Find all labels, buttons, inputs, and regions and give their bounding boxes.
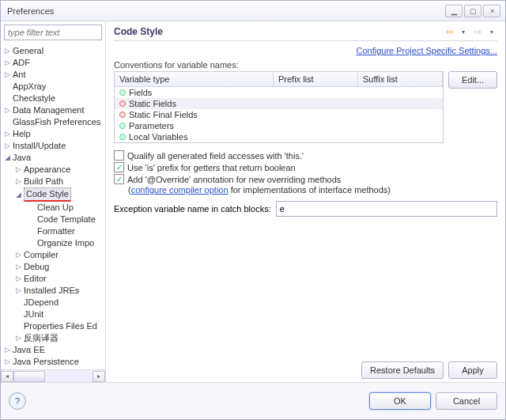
- scroll-right-icon[interactable]: ▸: [93, 371, 105, 382]
- table-row[interactable]: Fields: [115, 87, 443, 98]
- close-icon[interactable]: ⨉: [483, 5, 500, 17]
- tree-item[interactable]: JUnit: [24, 308, 43, 320]
- tree-item[interactable]: Checkstyle: [13, 93, 55, 104]
- col-prefix-list[interactable]: Prefix list: [274, 72, 358, 86]
- project-settings-link[interactable]: Configure Project Specific Settings...: [114, 46, 497, 55]
- tree-item[interactable]: General: [13, 45, 43, 57]
- tree-item[interactable]: Install/Update: [13, 140, 66, 152]
- ok-button[interactable]: OK: [369, 392, 431, 410]
- forward-icon[interactable]: ⇨: [472, 26, 483, 37]
- filter-input[interactable]: [4, 25, 102, 40]
- scroll-thumb[interactable]: [13, 371, 45, 382]
- preference-tree[interactable]: ▷General ▷ADF ▷Ant AppXray Checkstyle ▷D…: [1, 44, 105, 369]
- tree-item-java[interactable]: Java: [13, 152, 31, 164]
- conventions-label: Conventions for variable names:: [114, 60, 497, 70]
- title-bar: Preferences ▁ ▢ ⨉: [1, 1, 505, 21]
- col-suffix-list[interactable]: Suffix list: [358, 72, 443, 86]
- tree-item[interactable]: Organize Impo: [37, 237, 94, 249]
- cancel-button[interactable]: Cancel: [436, 392, 497, 410]
- horizontal-scrollbar[interactable]: ◂ ▸: [1, 369, 105, 382]
- tree-item[interactable]: Data Management: [13, 104, 85, 116]
- tree-item[interactable]: Code Template: [37, 214, 96, 225]
- tree-item[interactable]: Debug: [24, 261, 49, 273]
- table-row[interactable]: Static Fields: [115, 98, 443, 109]
- tree-item[interactable]: Java Persistence: [13, 356, 79, 368]
- tree-item[interactable]: JavaScript: [13, 368, 53, 369]
- col-variable-type[interactable]: Variable type: [115, 72, 274, 86]
- tree-item[interactable]: JDepend: [24, 297, 59, 308]
- tree-item[interactable]: GlassFish Preferences: [13, 116, 100, 128]
- maximize-icon[interactable]: ▢: [464, 5, 481, 17]
- page-title: Code Style: [114, 26, 440, 37]
- tree-item-code-style[interactable]: Code Style: [24, 187, 71, 202]
- qualify-this-label: Qualify all generated field accesses wit…: [127, 151, 304, 161]
- forward-menu-icon[interactable]: ▾: [486, 26, 497, 37]
- back-menu-icon[interactable]: ▾: [458, 26, 469, 37]
- sidebar: ▷General ▷ADF ▷Ant AppXray Checkstyle ▷D…: [1, 21, 106, 382]
- tree-item[interactable]: Installed JREs: [24, 285, 79, 297]
- dialog-footer: ? OK Cancel: [1, 382, 505, 418]
- table-row[interactable]: Local Variables: [115, 131, 443, 142]
- tree-item[interactable]: Help: [13, 128, 31, 140]
- exception-var-label: Exception variable name in catch blocks:: [114, 204, 271, 214]
- tree-item[interactable]: Properties Files Ed: [24, 320, 97, 332]
- help-icon[interactable]: ?: [9, 392, 26, 410]
- conventions-table: Variable type Prefix list Suffix list Fi…: [114, 71, 444, 143]
- scroll-left-icon[interactable]: ◂: [1, 371, 13, 382]
- tree-item[interactable]: Appearance: [24, 164, 70, 176]
- apply-button[interactable]: Apply: [448, 361, 497, 379]
- tree-item[interactable]: Java EE: [13, 344, 45, 356]
- qualify-this-checkbox[interactable]: [114, 150, 124, 161]
- tree-item[interactable]: AppXray: [13, 81, 46, 93]
- tree-item[interactable]: ADF: [13, 57, 30, 69]
- override-label: Add '@Override' annotation for new overr…: [127, 175, 341, 184]
- content-pane: Code Style ⇦ ▾ ⇨ ▾ Configure Project Spe…: [106, 21, 505, 382]
- tree-item[interactable]: Compiler: [24, 249, 59, 261]
- tree-item[interactable]: Formatter: [37, 225, 75, 237]
- is-prefix-checkbox[interactable]: ✓: [114, 162, 124, 172]
- configure-compiler-link[interactable]: configure compiler option: [131, 185, 228, 195]
- tree-item[interactable]: Ant: [13, 69, 26, 81]
- tree-item[interactable]: Clean Up: [37, 202, 74, 214]
- is-prefix-label: Use 'is' prefix for getters that return …: [127, 163, 296, 172]
- tree-item[interactable]: Editor: [24, 273, 47, 285]
- back-icon[interactable]: ⇦: [444, 26, 455, 37]
- table-row[interactable]: Static Final Fields: [115, 109, 443, 120]
- edit-button[interactable]: Edit...: [448, 71, 497, 89]
- exception-var-input[interactable]: [276, 201, 497, 217]
- restore-defaults-button[interactable]: Restore Defaults: [361, 361, 444, 379]
- window-title: Preferences: [6, 6, 445, 16]
- override-checkbox[interactable]: ✓: [114, 174, 124, 184]
- tree-item[interactable]: 反病译器: [24, 332, 59, 344]
- minimize-icon[interactable]: ▁: [445, 5, 463, 17]
- tree-item[interactable]: Build Path: [24, 176, 63, 187]
- table-row[interactable]: Parameters: [115, 120, 443, 131]
